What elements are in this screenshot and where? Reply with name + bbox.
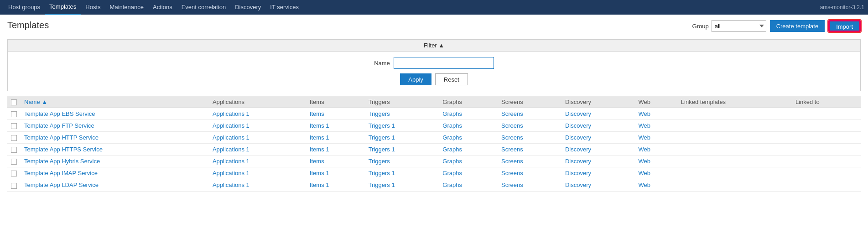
screens-link[interactable]: Screens <box>501 170 523 176</box>
template-name-link[interactable]: Template App HTTPS Service <box>24 146 103 153</box>
items-link[interactable]: Items 1 <box>310 146 329 153</box>
nav-actions[interactable]: Actions <box>148 0 177 15</box>
web-link[interactable]: Web <box>639 146 651 153</box>
row-checkbox-cell[interactable] <box>7 179 21 191</box>
row-checkbox[interactable] <box>11 135 17 141</box>
applications-link[interactable]: Applications 1 <box>213 122 249 129</box>
items-link[interactable]: Items 1 <box>310 134 329 141</box>
cell-items: Items 1 <box>306 120 365 132</box>
template-name-link[interactable]: Template App LDAP Service <box>24 182 99 188</box>
applications-link[interactable]: Applications 1 <box>213 158 249 165</box>
triggers-link[interactable]: Triggers 1 <box>369 134 395 141</box>
web-link[interactable]: Web <box>639 170 651 176</box>
import-button[interactable]: Import <box>828 20 861 32</box>
items-link[interactable]: Items 1 <box>310 122 329 129</box>
row-checkbox-cell[interactable] <box>7 156 21 167</box>
web-link[interactable]: Web <box>639 182 651 188</box>
discovery-link[interactable]: Discovery <box>565 182 591 188</box>
cell-linked-templates <box>677 132 792 144</box>
applications-link[interactable]: Applications 1 <box>213 146 249 153</box>
items-link[interactable]: Items 1 <box>310 182 329 188</box>
graphs-link[interactable]: Graphs <box>442 110 462 117</box>
row-checkbox-cell[interactable] <box>7 144 21 156</box>
filter-name-input[interactable] <box>394 57 494 69</box>
triggers-link[interactable]: Triggers 1 <box>369 122 395 129</box>
nav-it-services[interactable]: IT services <box>265 0 303 15</box>
graphs-link[interactable]: Graphs <box>442 134 462 141</box>
graphs-link[interactable]: Graphs <box>442 182 462 188</box>
web-link[interactable]: Web <box>639 110 651 117</box>
screens-link[interactable]: Screens <box>501 122 523 129</box>
discovery-link[interactable]: Discovery <box>565 122 591 129</box>
create-template-button[interactable]: Create template <box>770 20 825 32</box>
reset-button[interactable]: Reset <box>435 73 468 85</box>
applications-link[interactable]: Applications 1 <box>213 134 249 141</box>
graphs-link[interactable]: Graphs <box>442 122 462 129</box>
discovery-link[interactable]: Discovery <box>565 134 591 141</box>
web-link[interactable]: Web <box>639 122 651 129</box>
applications-link[interactable]: Applications 1 <box>213 170 249 176</box>
template-name-link[interactable]: Template App EBS Service <box>24 110 95 117</box>
template-name-link[interactable]: Template App FTP Service <box>24 122 94 129</box>
table-row: Template App FTP Service Applications 1 … <box>7 120 861 132</box>
discovery-link[interactable]: Discovery <box>565 110 591 117</box>
applications-link[interactable]: Applications 1 <box>213 182 249 188</box>
screens-link[interactable]: Screens <box>501 110 523 117</box>
discovery-link[interactable]: Discovery <box>565 146 591 153</box>
graphs-link[interactable]: Graphs <box>442 146 462 153</box>
row-checkbox[interactable] <box>11 171 17 176</box>
template-name-link[interactable]: Template App Hybris Service <box>24 158 100 165</box>
cell-applications: Applications 1 <box>209 156 306 167</box>
template-name-link[interactable]: Template App HTTP Service <box>24 134 99 141</box>
cell-applications: Applications 1 <box>209 144 306 156</box>
cell-discovery: Discovery <box>561 167 635 179</box>
triggers-link[interactable]: Triggers <box>369 158 390 165</box>
graphs-link[interactable]: Graphs <box>442 158 462 165</box>
triggers-link[interactable]: Triggers 1 <box>369 146 395 153</box>
cell-discovery: Discovery <box>561 120 635 132</box>
nav-discovery[interactable]: Discovery <box>230 0 265 15</box>
filter-toggle[interactable]: Filter ▲ <box>8 40 860 52</box>
row-checkbox-cell[interactable] <box>7 132 21 144</box>
screens-link[interactable]: Screens <box>501 146 523 153</box>
discovery-link[interactable]: Discovery <box>565 170 591 176</box>
table-row: Template App Hybris Service Applications… <box>7 156 861 167</box>
nav-event-correlation[interactable]: Event correlation <box>177 0 231 15</box>
row-checkbox[interactable] <box>11 159 17 165</box>
template-name-link[interactable]: Template App IMAP Service <box>24 170 98 176</box>
screens-link[interactable]: Screens <box>501 182 523 188</box>
graphs-link[interactable]: Graphs <box>442 170 462 176</box>
row-checkbox[interactable] <box>11 111 17 117</box>
cell-linked-to <box>792 108 861 120</box>
row-checkbox-cell[interactable] <box>7 167 21 179</box>
items-link[interactable]: Items <box>310 158 324 165</box>
select-all-header[interactable] <box>7 96 21 108</box>
screens-link[interactable]: Screens <box>501 158 523 165</box>
nav-maintenance[interactable]: Maintenance <box>105 0 148 15</box>
row-checkbox-cell[interactable] <box>7 108 21 120</box>
items-link[interactable]: Items <box>310 110 324 117</box>
web-link[interactable]: Web <box>639 158 651 165</box>
nav-templates[interactable]: Templates <box>45 0 81 15</box>
applications-link[interactable]: Applications 1 <box>213 110 249 117</box>
triggers-link[interactable]: Triggers 1 <box>369 170 395 176</box>
nav-host-groups[interactable]: Host groups <box>4 0 45 15</box>
cell-discovery: Discovery <box>561 132 635 144</box>
row-checkbox[interactable] <box>11 147 17 153</box>
nav-hosts[interactable]: Hosts <box>81 0 105 15</box>
web-link[interactable]: Web <box>639 134 651 141</box>
screens-link[interactable]: Screens <box>501 134 523 141</box>
triggers-link[interactable]: Triggers 1 <box>369 182 395 188</box>
col-name[interactable]: Name ▲ <box>21 96 209 108</box>
row-checkbox-cell[interactable] <box>7 120 21 132</box>
cell-discovery: Discovery <box>561 144 635 156</box>
row-checkbox[interactable] <box>11 183 17 189</box>
group-select[interactable]: all <box>712 20 766 32</box>
row-checkbox[interactable] <box>11 123 17 129</box>
cell-items: Items <box>306 108 365 120</box>
select-all-checkbox[interactable] <box>11 99 17 105</box>
items-link[interactable]: Items 1 <box>310 170 329 176</box>
discovery-link[interactable]: Discovery <box>565 158 591 165</box>
triggers-link[interactable]: Triggers <box>369 110 390 117</box>
apply-button[interactable]: Apply <box>400 73 431 85</box>
